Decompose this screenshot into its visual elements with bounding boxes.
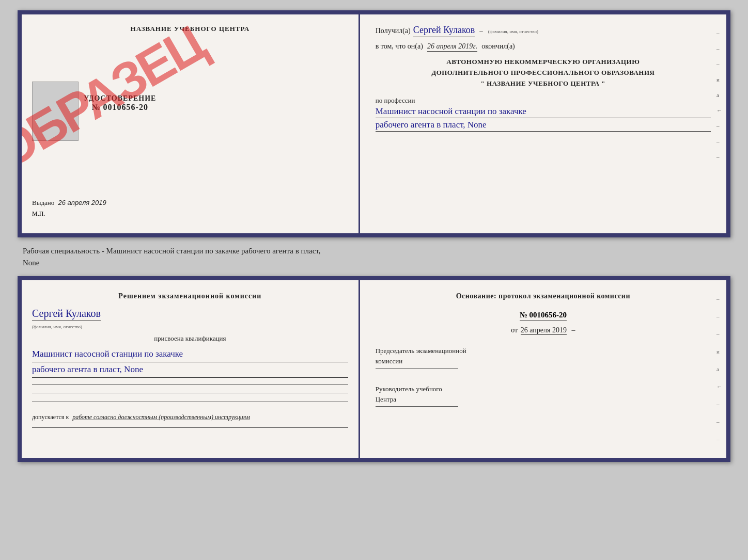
qual-line1: Машинист насосной станции по закачке	[32, 347, 348, 362]
separator3	[32, 402, 348, 402]
vydano-prefix: Выдано	[32, 199, 54, 206]
dopusk-text: работе согласно должностным (производств…	[72, 413, 250, 421]
predsedatel-line1: Председатель экзаменационной	[376, 346, 711, 356]
rukovoditel-block: Руководитель учебного Центра	[376, 384, 711, 409]
okonchil: окончил(а)	[481, 42, 515, 51]
vtom-line: в том, что он(а) 26 апреля 2019г. окончи…	[376, 42, 711, 52]
qual-line2: рабочего агента в пласт, None	[32, 362, 348, 378]
decision-text: Решением экзаменационной комиссии	[32, 291, 348, 301]
right-side-marks-bottom: – – – и а ← – – –	[716, 296, 722, 442]
page-wrapper: НАЗВАНИЕ УЧЕБНОГО ЦЕНТРА ОБРАЗЕЦ УДОСТОВ…	[10, 10, 738, 462]
org-line1: АВТОНОМНУЮ НЕКОММЕРЧЕСКУЮ ОРГАНИЗАЦИЮ	[376, 57, 711, 68]
org-block: АВТОНОМНУЮ НЕКОММЕРЧЕСКУЮ ОРГАНИЗАЦИЮ ДО…	[376, 57, 711, 89]
cert-bottom-right: Основание: протокол экзаменационной коми…	[360, 280, 726, 458]
udostoverenie-num: № 0010656-20	[84, 103, 156, 112]
po-professii-label: по профессии	[376, 97, 415, 104]
middle-text: Рабочая специальность - Машинист насосно…	[18, 243, 730, 271]
separator2	[32, 393, 348, 393]
osnov-text: Основание: протокол экзаменационной коми…	[376, 291, 711, 302]
profession-line1: Машинист насосной станции по закачке	[376, 106, 711, 118]
poluchil-line: Получил(а) Сергей Кулаков – (фамилия, им…	[376, 25, 711, 37]
udostoverenie-block: УДОСТОВЕРЕНИЕ № 0010656-20	[84, 94, 156, 112]
middle-line2: None	[23, 257, 725, 269]
org-line2: ДОПОЛНИТЕЛЬНОГО ПРОФЕССИОНАЛЬНОГО ОБРАЗО…	[376, 68, 711, 78]
ot-date: 26 апреля 2019	[521, 326, 567, 335]
vydano-date: 26 апреля 2019	[58, 199, 106, 206]
qual-block: Машинист насосной станции по закачке раб…	[32, 347, 348, 378]
mp-label: М.П.	[32, 210, 348, 218]
poluchil-prefix: Получил(а)	[376, 27, 411, 35]
vydano-line: Выдано 26 апреля 2019	[32, 199, 348, 207]
photo-placeholder	[32, 82, 79, 141]
dopuskaetsya-line: допускается к работе согласно должностны…	[32, 413, 348, 421]
ot-prefix: от	[511, 326, 518, 334]
protocol-num: № 0010656-20	[520, 311, 567, 321]
right-side-marks-top: – – – и а ← – – –	[716, 30, 722, 160]
cert-left-bottom: Выдано 26 апреля 2019 М.П.	[32, 199, 348, 218]
separator1	[32, 384, 348, 385]
profession-line2: рабочего агента в пласт, None	[376, 120, 711, 132]
cert-right-panel: Получил(а) Сергей Кулаков – (фамилия, им…	[360, 14, 726, 233]
rukovoditel-line2: Центра	[376, 394, 711, 405]
protocol-block: № 0010656-20	[376, 310, 711, 321]
rukovoditel-line1: Руководитель учебного	[376, 384, 711, 394]
fio-hint-bottom: (фамилия, имя, отчество)	[32, 324, 82, 329]
vtom-date: 26 апреля 2019г.	[427, 42, 477, 52]
left-title: НАЗВАНИЕ УЧЕБНОГО ЦЕНТРА	[32, 25, 348, 33]
po-professii: по профессии Машинист насосной станции п…	[376, 97, 711, 132]
udostoverenie-label: УДОСТОВЕРЕНИЕ	[84, 94, 156, 103]
dopusk-prefix: допускается к	[32, 413, 69, 421]
ot-date-line: от 26 апреля 2019 –	[376, 326, 711, 334]
predsedatel-line2: комиссии	[376, 356, 711, 366]
separator4	[32, 427, 348, 428]
fio-hint-top: (фамилия, имя, отчество)	[488, 29, 538, 34]
decision-name-block: Сергей Кулаков (фамилия, имя, отчество)	[32, 308, 348, 330]
prisvoena-text: присвоена квалификация	[32, 334, 348, 343]
predsedatel-sign-line	[376, 368, 458, 369]
org-line3: " НАЗВАНИЕ УЧЕБНОГО ЦЕНТРА "	[376, 78, 711, 89]
certificate-top: НАЗВАНИЕ УЧЕБНОГО ЦЕНТРА ОБРАЗЕЦ УДОСТОВ…	[18, 10, 730, 237]
vtom-prefix: в том, что он(а)	[376, 42, 423, 51]
cert-left-panel: НАЗВАНИЕ УЧЕБНОГО ЦЕНТРА ОБРАЗЕЦ УДОСТОВ…	[22, 14, 360, 233]
middle-line1: Рабочая специальность - Машинист насосно…	[23, 245, 725, 257]
rukovoditel-sign-line	[376, 406, 458, 407]
cert-bottom-left: Решением экзаменационной комиссии Сергей…	[22, 280, 360, 458]
decision-name: Сергей Кулаков	[32, 308, 101, 321]
predsedatel-block: Председатель экзаменационной комиссии	[376, 346, 711, 371]
certificate-bottom: Решением экзаменационной комиссии Сергей…	[18, 276, 730, 462]
poluchil-name: Сергей Кулаков	[413, 25, 475, 37]
